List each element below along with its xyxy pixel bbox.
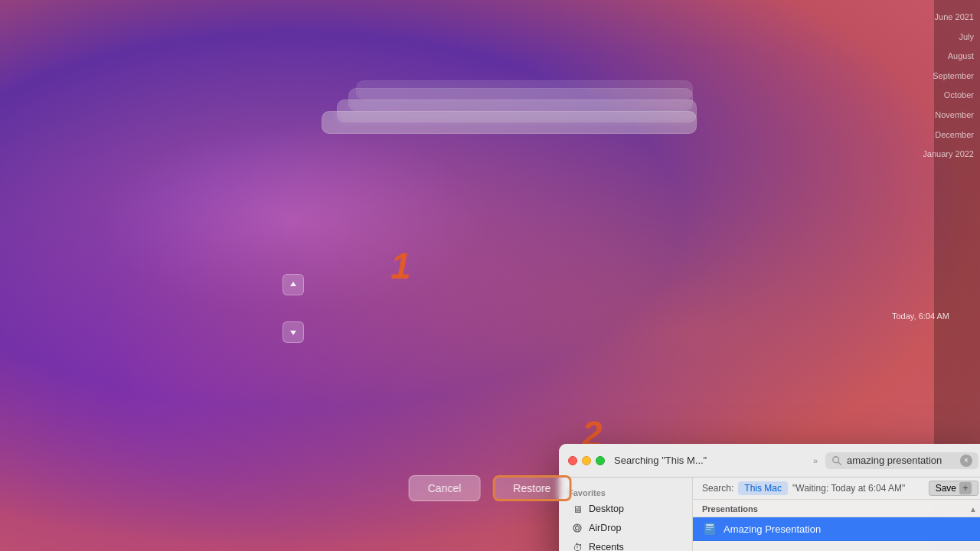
timeline-item-september[interactable]: September xyxy=(933,67,974,86)
sidebar-desktop-label: Desktop xyxy=(589,504,624,514)
favorites-label: Favorites xyxy=(559,484,692,499)
keynote-file-icon xyxy=(702,521,717,536)
sidebar-airdrop-label: AirDrop xyxy=(589,523,621,533)
file-row-amazing-presentation-selected[interactable]: Amazing Presentation xyxy=(693,517,980,541)
finder-sidebar: Favorites 🖥 Desktop AirDrop xyxy=(559,478,693,551)
recents-icon: ⏱ xyxy=(571,541,583,551)
timeline-item-jan2022[interactable]: January 2022 xyxy=(923,145,974,165)
breadcrumb-arrow: » xyxy=(813,456,818,465)
minimize-button[interactable] xyxy=(582,456,591,465)
svg-rect-10 xyxy=(706,524,714,526)
nav-arrow-down[interactable] xyxy=(283,321,304,343)
search-icon xyxy=(831,455,842,466)
restore-button[interactable]: Restore xyxy=(492,475,571,501)
save-label: Save xyxy=(936,483,956,494)
stacked-windows xyxy=(299,126,697,279)
selected-file-name: Amazing Presentation xyxy=(724,523,821,535)
add-search-icon: + xyxy=(959,482,972,494)
timeline-item-november[interactable]: November xyxy=(935,106,974,126)
bottom-buttons: Cancel Restore xyxy=(409,475,572,501)
timeline-item-june2021[interactable]: June 2021 xyxy=(935,8,974,28)
today-time-label: Today, 6:04 AM xyxy=(892,311,949,321)
sidebar-item-desktop[interactable]: 🖥 Desktop xyxy=(562,500,689,518)
close-button[interactable] xyxy=(568,456,577,465)
cancel-button[interactable]: Cancel xyxy=(409,475,481,501)
sidebar-item-airdrop[interactable]: AirDrop xyxy=(562,519,689,537)
file-list: Presentations ▲ Amazing Prese xyxy=(693,500,980,551)
finder-window: Searching "This M..." » amazing presenta… xyxy=(559,444,980,551)
search-scope-label: Search: xyxy=(702,483,733,494)
sidebar-recents-label: Recents xyxy=(589,542,624,551)
svg-line-1 xyxy=(838,461,841,465)
stacked-win-1 xyxy=(322,111,697,134)
svg-point-3 xyxy=(576,527,580,530)
window-title: Searching "This M..." xyxy=(614,455,805,466)
svg-rect-12 xyxy=(706,529,711,530)
presentations-label: Presentations xyxy=(702,504,758,514)
file-row-empty-1[interactable] xyxy=(693,541,980,551)
desktop-icon: 🖥 xyxy=(571,503,583,515)
maximize-button[interactable] xyxy=(596,456,605,465)
airdrop-icon xyxy=(571,522,583,534)
nav-arrow-up[interactable] xyxy=(283,274,304,295)
search-scope-waiting: "Waiting: Today at 6:04 AM" xyxy=(792,483,905,494)
search-scope-bar: Search: This Mac "Waiting: Today at 6:04… xyxy=(693,478,980,500)
search-bar[interactable]: amazing presentation × xyxy=(825,452,978,469)
timeline-item-december[interactable]: December xyxy=(935,126,974,145)
finder-content: Search: This Mac "Waiting: Today at 6:04… xyxy=(693,478,980,551)
timeline-item-july[interactable]: July xyxy=(959,28,974,47)
presentations-section-header: Presentations ▲ xyxy=(693,500,980,517)
timeline-item-october[interactable]: October xyxy=(944,86,974,106)
finder-body: Favorites 🖥 Desktop AirDrop xyxy=(559,478,980,551)
section-collapse-icon[interactable]: ▲ xyxy=(968,504,978,514)
finder-toolbar: Searching "This M..." » amazing presenta… xyxy=(559,444,980,478)
search-clear-button[interactable]: × xyxy=(960,455,972,467)
search-scope-this-mac[interactable]: This Mac xyxy=(738,481,788,495)
search-query-text: amazing presentation xyxy=(847,455,956,466)
svg-rect-11 xyxy=(706,527,714,529)
timeline-item-august[interactable]: August xyxy=(948,47,974,67)
save-search-button[interactable]: Save + xyxy=(929,481,978,496)
sidebar-item-recents[interactable]: ⏱ Recents xyxy=(562,538,689,551)
traffic-lights xyxy=(568,456,605,465)
file-icon-empty-1 xyxy=(702,543,717,552)
